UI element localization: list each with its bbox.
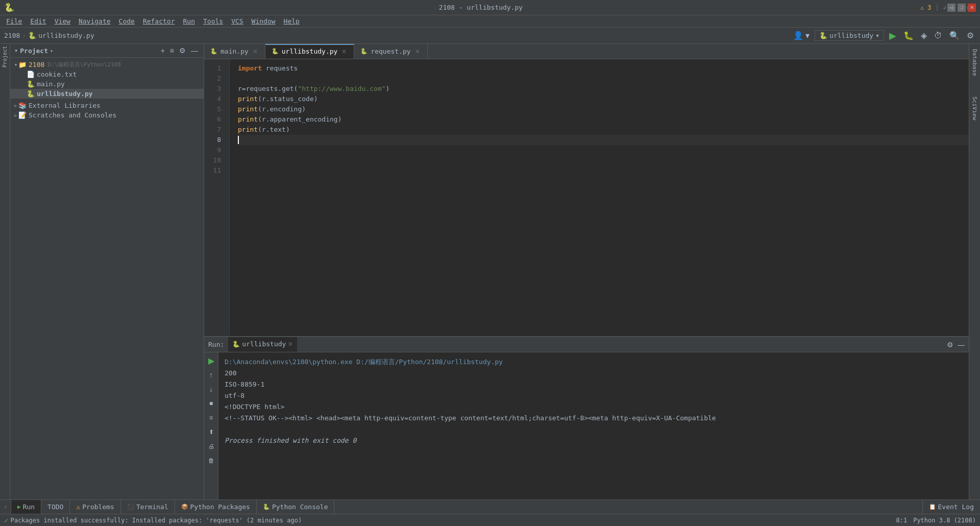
titlebar-left: 🐍	[4, 3, 14, 12]
settings-button[interactable]: ⚙	[965, 30, 976, 41]
code-content[interactable]: import requests r=requests.get( "http://…	[230, 59, 969, 336]
bottom-tab-terminal[interactable]: ⬛ Terminal	[121, 500, 175, 514]
debug-button[interactable]: 🐛	[901, 30, 916, 41]
menu-edit[interactable]: Edit	[26, 16, 50, 26]
run-sort-button[interactable]: ⬆	[205, 426, 217, 438]
line-num-2: 2	[204, 74, 225, 84]
terminal-icon: ⬛	[127, 504, 134, 510]
event-log-tab[interactable]: 📋 Event Log	[922, 500, 980, 514]
menu-help[interactable]: Help	[280, 16, 304, 26]
tab-main-py-close[interactable]: ✕	[252, 48, 259, 55]
run-tab-bottom-label: Run	[23, 503, 35, 511]
menu-code[interactable]: Code	[115, 16, 139, 26]
profile-button[interactable]: ⏱	[932, 30, 944, 41]
nav-down-btn[interactable]: ∨	[966, 4, 970, 11]
run-label: Run:	[208, 341, 224, 348]
run-output-container: ▶ ↑ ↓ ■ ≡ ⬆ 🖨 🗑 D:\Anaconda\envs\2108\py…	[204, 352, 969, 499]
menu-window[interactable]: Window	[248, 16, 280, 26]
project-dropdown-arrow[interactable]: ▾	[50, 48, 53, 54]
add-config-button[interactable]: 👤 ▾	[791, 30, 812, 41]
error-sep: |	[936, 4, 939, 11]
tree-item-main[interactable]: 🐍 main.py	[10, 79, 204, 89]
tab-urllibstudy-py[interactable]: 🐍 urllibstudy.py ✕	[265, 44, 355, 59]
tab-urllibstudy-close[interactable]: ✕	[340, 48, 348, 55]
project-left-strip: Project	[0, 44, 10, 499]
menu-refactor[interactable]: Refactor	[139, 16, 179, 26]
menu-file[interactable]: File	[2, 16, 26, 26]
run-scroll-up-button[interactable]: ↑	[205, 369, 217, 381]
run-scroll-down-button[interactable]: ↓	[205, 383, 217, 395]
project-hide-button[interactable]: —	[189, 46, 200, 55]
run-format-button[interactable]: ≡	[205, 412, 217, 424]
run-tab-close-button[interactable]: ✕	[288, 341, 293, 348]
run-button[interactable]: ▶	[887, 29, 898, 42]
code-status-code: (r.status_code)	[258, 94, 317, 104]
python-version[interactable]: Python 3.8 (2108)	[913, 517, 976, 524]
run-config-selector[interactable]: 🐍 urllibstudy ▾	[815, 30, 884, 41]
coverage-button[interactable]: ◈	[919, 30, 929, 41]
bottom-tab-run[interactable]: ▶ Run	[11, 500, 41, 514]
code-line-10	[238, 155, 969, 165]
tab-main-py[interactable]: 🐍 main.py ✕	[204, 44, 265, 59]
run-tab-urllibstudy[interactable]: 🐍 urllibstudy ✕	[228, 337, 297, 352]
code-close-paren-3: )	[386, 84, 390, 94]
tree-external-libraries[interactable]: ▶ 📚 External Libraries	[10, 101, 204, 110]
right-sidebar: Database SciView	[969, 44, 980, 499]
tab-request-py[interactable]: 🐍 request.py ✕	[354, 44, 427, 59]
run-output-line-doctype: <!DOCTYPE html>	[225, 401, 963, 413]
code-print-5: print	[238, 104, 258, 114]
bottom-tab-python-packages[interactable]: 📦 Python Packages	[175, 500, 257, 514]
line-num-6: 6	[204, 114, 225, 125]
menu-view[interactable]: View	[51, 16, 75, 26]
breadcrumb-project[interactable]: 2108	[4, 32, 20, 39]
bottom-tab-problems[interactable]: ⚠ Problems	[70, 500, 120, 514]
breadcrumb-sep: ›	[22, 32, 26, 39]
warning-count[interactable]: ⚠ 3	[920, 4, 932, 11]
cursor-position[interactable]: 8:1	[896, 517, 907, 524]
bottom-strip-icon[interactable]: ⚡	[4, 504, 7, 511]
error-count[interactable]: ✓ 1	[943, 4, 954, 11]
run-print-button[interactable]: 🖨	[205, 440, 217, 452]
tree-item-urllibstudy[interactable]: 🐍 urllibstudy.py	[10, 89, 204, 99]
code-print-7: print	[238, 125, 258, 135]
main-file-icon: 🐍	[27, 80, 35, 88]
search-button[interactable]: 🔍	[947, 30, 962, 41]
run-minimize-button[interactable]: —	[958, 341, 965, 349]
project-header-buttons: + ≡ ⚙ —	[159, 46, 200, 55]
nav-up-btn[interactable]: ∧	[959, 4, 962, 11]
code-encoding: (r.encoding)	[258, 104, 306, 114]
project-panel-header: ▾ Project ▾ + ≡ ⚙ —	[10, 44, 204, 58]
project-add-button[interactable]: +	[159, 46, 166, 55]
bottom-tabs-bar: ⚡ ▶ Run TODO ⚠ Problems ⬛ Terminal 📦 Pyt…	[0, 499, 980, 514]
app-icon: 🐍	[4, 3, 14, 12]
code-line-6: print (r.apparent_encoding)	[238, 114, 969, 125]
tab-request-py-close[interactable]: ✕	[414, 48, 421, 55]
run-output-line-cmd: D:\Anaconda\envs\2108\python.exe D:/编程语言…	[225, 356, 963, 368]
run-output-line-iso: ISO-8859-1	[225, 379, 963, 390]
root-folder-name: 2108	[29, 61, 44, 68]
gutter-info: ⚠ 3 | ✓ 1 ∧ ∨	[914, 4, 976, 11]
menu-run[interactable]: Run	[179, 16, 199, 26]
run-settings-button[interactable]: ⚙	[947, 341, 953, 349]
tree-scratches[interactable]: ▶ 📝 Scratches and Consoles	[10, 110, 204, 120]
run-clear-button[interactable]: 🗑	[205, 455, 217, 467]
project-settings-button[interactable]: ⚙	[178, 46, 187, 55]
breadcrumb-file[interactable]: urllibstudy.py	[38, 32, 94, 39]
menu-tools[interactable]: Tools	[199, 16, 227, 26]
menu-vcs[interactable]: VCS	[227, 16, 247, 26]
bottom-tab-todo[interactable]: TODO	[41, 500, 70, 514]
cookie-file-icon: 📄	[27, 70, 35, 78]
project-tab[interactable]: Project	[1, 44, 9, 69]
menu-navigate[interactable]: Navigate	[75, 16, 115, 26]
run-play-button[interactable]: ▶	[205, 354, 217, 367]
run-output-line-html: <!--STATUS OK--><html> <head><meta http-…	[225, 413, 963, 424]
right-tab-sciview[interactable]: SciView	[970, 91, 979, 125]
project-compact-button[interactable]: ≡	[168, 46, 176, 55]
tree-item-cookie[interactable]: 📄 cookie.txt	[10, 69, 204, 79]
tree-root[interactable]: ▾ 📁 2108 D:\编程语言\Python\2108	[10, 60, 204, 69]
right-tab-database[interactable]: Database	[970, 44, 979, 81]
run-stop-button[interactable]: ■	[205, 397, 217, 410]
code-editor[interactable]: 1 2 3 4 5 6 7 8 9 10 11 import	[204, 59, 969, 336]
bottom-tab-python-console[interactable]: 🐍 Python Console	[257, 500, 335, 514]
line-num-8: 8	[204, 135, 225, 145]
